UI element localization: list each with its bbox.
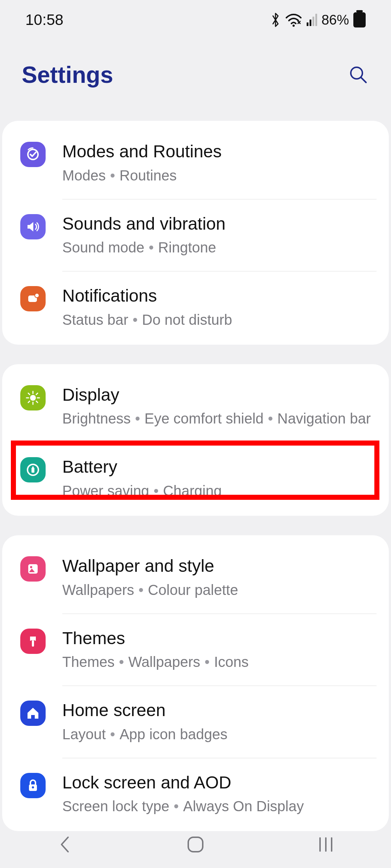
dot-separator: • <box>268 410 273 426</box>
square-icon <box>186 835 205 854</box>
status-time: 10:58 <box>25 11 63 29</box>
settings-item-subtitle: Themes•Wallpapers•Icons <box>62 652 377 672</box>
settings-item-text: DisplayBrightness•Eye comfort shield•Nav… <box>46 384 377 429</box>
home-icon <box>20 701 46 726</box>
settings-item-sounds-vibration[interactable]: Sounds and vibrationSound mode•Ringtone <box>2 200 389 271</box>
settings-item-notifications[interactable]: NotificationsStatus bar•Do not disturb <box>2 272 389 343</box>
settings-item-modes-routines[interactable]: Modes and RoutinesModes•Routines <box>2 127 389 199</box>
settings-item-title: Battery <box>62 456 377 477</box>
svg-point-19 <box>30 566 32 568</box>
signal-icon <box>307 14 317 26</box>
settings-item-title: Themes <box>62 628 377 649</box>
dot-separator: • <box>154 483 159 499</box>
settings-item-sub-part: App icon badges <box>119 726 227 742</box>
svg-rect-20 <box>32 640 34 647</box>
battery-circle-icon <box>20 457 46 482</box>
battery-text: 86% <box>321 12 349 28</box>
dot-separator: • <box>149 239 154 255</box>
bluetooth-icon <box>270 12 281 28</box>
bell-badge-icon <box>20 286 46 311</box>
settings-item-display[interactable]: DisplayBrightness•Eye comfort shield•Nav… <box>2 371 389 442</box>
svg-rect-23 <box>188 837 203 852</box>
settings-item-sub-part: Colour palette <box>148 582 238 598</box>
dot-separator: • <box>205 654 210 670</box>
settings-item-sub-part: Always On Display <box>183 798 304 814</box>
settings-item-wallpaper-style[interactable]: Wallpaper and styleWallpapers•Colour pal… <box>2 542 389 613</box>
search-button[interactable] <box>348 64 369 86</box>
dot-separator: • <box>110 167 115 183</box>
settings-item-text: BatteryPower saving•Charging <box>46 456 377 501</box>
settings-item-title: Notifications <box>62 285 377 306</box>
settings-item-text: ThemesThemes•Wallpapers•Icons <box>46 628 377 672</box>
settings-item-sub-part: Routines <box>119 167 177 183</box>
settings-group: Modes and RoutinesModes•RoutinesSounds a… <box>2 121 389 345</box>
dot-separator: • <box>133 312 138 328</box>
page-title: Settings <box>22 61 113 88</box>
settings-item-subtitle: Layout•App icon badges <box>62 724 377 744</box>
settings-item-home-screen[interactable]: Home screenLayout•App icon badges <box>2 686 389 758</box>
settings-item-title: Lock screen and AOD <box>62 772 377 793</box>
settings-item-text: Wallpaper and styleWallpapers•Colour pal… <box>46 556 377 600</box>
svg-point-6 <box>30 395 36 401</box>
settings-item-text: NotificationsStatus bar•Do not disturb <box>46 285 377 329</box>
settings-item-subtitle: Power saving•Charging <box>62 481 377 501</box>
nav-back-button[interactable] <box>29 828 101 861</box>
brush-icon <box>20 629 46 654</box>
settings-item-text: Lock screen and AODScreen lock type•Alwa… <box>46 772 377 816</box>
settings-item-sub-part: Screen lock type <box>62 798 169 814</box>
settings-item-sub-part: Modes <box>62 167 106 183</box>
dot-separator: • <box>110 726 115 742</box>
settings-item-title: Sounds and vibration <box>62 213 377 234</box>
picture-icon <box>20 556 46 582</box>
svg-point-22 <box>32 786 34 788</box>
wifi-icon <box>285 13 302 27</box>
battery-icon <box>353 12 366 27</box>
settings-item-subtitle: Modes•Routines <box>62 166 377 185</box>
svg-rect-16 <box>31 468 34 473</box>
svg-rect-18 <box>28 564 38 574</box>
settings-item-title: Wallpaper and style <box>62 556 377 576</box>
svg-line-13 <box>36 393 38 395</box>
settings-item-sub-part: Icons <box>214 654 249 670</box>
settings-item-subtitle: Screen lock type•Always On Display <box>62 796 377 816</box>
settings-item-subtitle: Status bar•Do not disturb <box>62 310 377 329</box>
dot-separator: • <box>174 798 179 814</box>
sun-icon <box>20 385 46 410</box>
checkmark-cycle-icon <box>20 142 46 167</box>
settings-item-sub-part: Themes <box>62 654 115 670</box>
settings-group: Wallpaper and styleWallpapers•Colour pal… <box>2 535 389 831</box>
settings-item-text: Modes and RoutinesModes•Routines <box>46 141 377 185</box>
dot-separator: • <box>135 410 140 426</box>
nav-recents-button[interactable] <box>290 828 362 861</box>
lock-icon <box>20 773 46 798</box>
nav-home-button[interactable] <box>159 828 232 861</box>
settings-item-text: Sounds and vibrationSound mode•Ringtone <box>46 213 377 258</box>
search-icon <box>349 65 368 85</box>
settings-item-title: Modes and Routines <box>62 141 377 162</box>
dot-separator: • <box>119 654 124 670</box>
svg-point-5 <box>35 293 39 298</box>
settings-item-sub-part: Navigation bar <box>277 410 371 426</box>
settings-item-themes[interactable]: ThemesThemes•Wallpapers•Icons <box>2 614 389 686</box>
settings-item-battery[interactable]: BatteryPower saving•Charging <box>2 443 389 514</box>
settings-item-sub-part: Eye comfort shield <box>144 410 264 426</box>
settings-item-subtitle: Sound mode•Ringtone <box>62 238 377 257</box>
settings-item-subtitle: Wallpapers•Colour palette <box>62 580 377 600</box>
settings-item-title: Display <box>62 384 377 405</box>
settings-item-sub-part: Wallpapers <box>129 654 201 670</box>
settings-item-sub-part: Status bar <box>62 312 128 328</box>
settings-item-lock-screen-aod[interactable]: Lock screen and AODScreen lock type•Alwa… <box>2 758 389 830</box>
settings-item-sub-part: Layout <box>62 726 106 742</box>
settings-item-text: Home screenLayout•App icon badges <box>46 700 377 744</box>
status-bar: 10:58 86% <box>0 0 391 40</box>
svg-line-2 <box>361 77 366 82</box>
settings-item-sub-part: Sound mode <box>62 239 144 255</box>
settings-group: DisplayBrightness•Eye comfort shield•Nav… <box>2 364 389 516</box>
nav-bar <box>0 821 391 868</box>
chevron-left-icon <box>57 834 73 855</box>
svg-rect-17 <box>32 467 34 468</box>
header: Settings <box>0 40 391 121</box>
settings-item-sub-part: Charging <box>163 483 222 499</box>
svg-line-11 <box>28 393 30 395</box>
svg-line-14 <box>28 401 30 403</box>
